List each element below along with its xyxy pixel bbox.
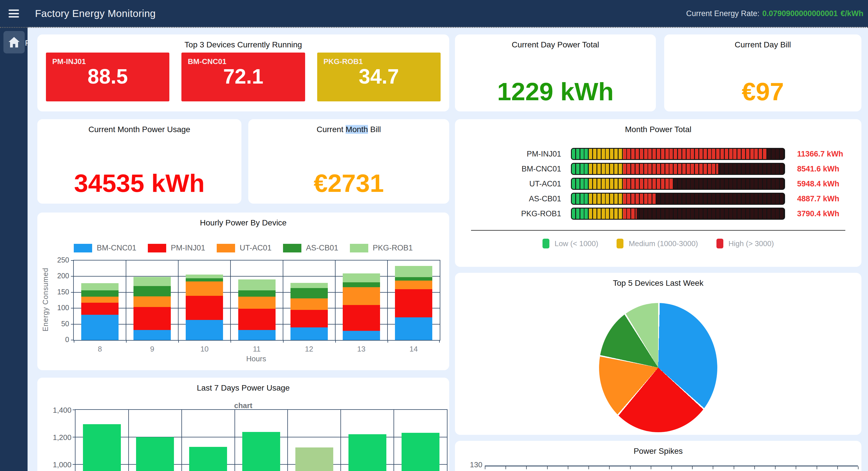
- gauge-value: 3790.4 kWh: [797, 209, 839, 218]
- bar-segment-PKG-ROB1[interactable]: [290, 283, 328, 288]
- y-tick-mark: [73, 437, 75, 437]
- day-power-value: 1229 kWh: [455, 77, 656, 106]
- bar-segment-PKG-ROB1[interactable]: [81, 283, 119, 290]
- bar-segment-UT-AC01[interactable]: [343, 287, 380, 305]
- chart-title: Month Power Total: [455, 125, 861, 134]
- bar-segment-BM-CNC01[interactable]: [395, 317, 432, 340]
- month-power-total-card: Month Power Total PM-INJ0111366.7 kWhBM-…: [455, 119, 861, 267]
- stacked-bar-plot[interactable]: 050100150200250891011121314: [73, 260, 440, 341]
- bar[interactable]: [189, 447, 227, 471]
- bar-segment-BM-CNC01[interactable]: [290, 327, 328, 340]
- bar-segment-PM-INJ01[interactable]: [133, 307, 171, 330]
- bar-segment-PM-INJ01[interactable]: [81, 303, 119, 315]
- bar-segment-BM-CNC01[interactable]: [81, 315, 119, 340]
- chart-legend: BM-CNC01PM-INJ01UT-AC01AS-CB01PKG-ROB1: [37, 243, 449, 253]
- legend-item[interactable]: BM-CNC01: [74, 243, 136, 253]
- pie-chart[interactable]: [599, 303, 717, 432]
- bar-segment-PM-INJ01[interactable]: [238, 309, 276, 330]
- gridline-vertical: [335, 261, 336, 340]
- legend-item[interactable]: AS-CB01: [283, 243, 338, 253]
- x-tick-mark: [713, 466, 713, 469]
- bar-segment-UT-AC01[interactable]: [81, 297, 119, 303]
- x-tick-mark: [568, 466, 568, 469]
- legend-item: Medium (1000-3000): [617, 239, 698, 248]
- bar-segment-AS-CB01[interactable]: [81, 290, 119, 297]
- gridline-vertical: [394, 410, 394, 471]
- bar-segment-AS-CB01[interactable]: [343, 282, 380, 287]
- bar-segment-BM-CNC01[interactable]: [343, 331, 380, 340]
- x-tick-mark: [651, 466, 651, 469]
- gauge-bar: [571, 208, 785, 220]
- legend-swatch: [617, 239, 623, 248]
- y-tick-mark: [71, 292, 74, 293]
- y-tick-label: 1,200: [53, 433, 71, 442]
- current-day-power-card: Current Day Power Total 1229 kWh: [455, 34, 656, 112]
- bar[interactable]: [402, 433, 439, 471]
- hamburger-menu-icon[interactable]: [9, 9, 19, 18]
- y-tick-label: 100: [57, 303, 69, 312]
- gauge-device-label: BM-CNC01: [466, 165, 571, 174]
- legend-divider: [471, 230, 845, 231]
- bar-segment-UT-AC01[interactable]: [133, 296, 171, 307]
- gridline-vertical: [287, 410, 288, 471]
- bar-segment-PM-INJ01[interactable]: [343, 305, 380, 331]
- y-tick-mark: [71, 340, 74, 340]
- y-tick-mark: [73, 464, 75, 465]
- device-tile[interactable]: PM-INJ01 88.5: [46, 53, 169, 101]
- bar[interactable]: [242, 432, 280, 471]
- x-tick-label: 14: [409, 345, 417, 354]
- gauge-bar: [571, 148, 785, 160]
- device-value: 72.1: [181, 65, 305, 88]
- bar[interactable]: [83, 424, 121, 471]
- chart-title: Top 5 Devices Last Week: [455, 278, 861, 288]
- x-tick-label: 10: [200, 345, 209, 354]
- bar-segment-PM-INJ01[interactable]: [290, 310, 328, 327]
- sidebar: F: [0, 27, 28, 471]
- top-navbar: Factory Energy Monitoring Current Energy…: [0, 0, 868, 27]
- current-month-power-card: Current Month Power Usage 34535 kWh: [37, 119, 241, 204]
- x-tick-mark: [837, 466, 838, 469]
- bar-segment-UT-AC01[interactable]: [290, 298, 328, 310]
- legend-label: Medium (1000-3000): [629, 239, 698, 248]
- legend-item[interactable]: PKG-ROB1: [350, 243, 413, 253]
- y-tick-mark: [71, 324, 74, 325]
- bar-segment-PKG-ROB1[interactable]: [186, 274, 223, 278]
- bar-segment-BM-CNC01[interactable]: [186, 320, 223, 340]
- gauge-row: PM-INJ0111366.7 kWh: [466, 148, 850, 160]
- bar[interactable]: [136, 437, 174, 471]
- bar-segment-PM-INJ01[interactable]: [395, 289, 432, 318]
- sidebar-item-home[interactable]: [3, 31, 25, 53]
- bar-plot[interactable]: 1,4001,2001,000: [75, 409, 447, 471]
- bar-segment-AS-CB01[interactable]: [395, 277, 432, 281]
- x-tick-label: 9: [150, 345, 154, 354]
- bar-segment-UT-AC01[interactable]: [186, 282, 223, 296]
- bar-segment-AS-CB01[interactable]: [238, 290, 276, 297]
- legend-item[interactable]: UT-AC01: [217, 243, 272, 253]
- bar-segment-BM-CNC01[interactable]: [238, 330, 276, 340]
- y-tick-label: 1,000: [53, 460, 71, 469]
- bar-segment-AS-CB01[interactable]: [186, 278, 223, 282]
- gauge-bar: [571, 193, 785, 205]
- x-tick-mark: [485, 466, 485, 469]
- bar-segment-AS-CB01[interactable]: [290, 288, 328, 298]
- x-axis-line: [485, 466, 858, 466]
- bar-segment-UT-AC01[interactable]: [238, 297, 276, 309]
- bar-segment-BM-CNC01[interactable]: [133, 330, 171, 340]
- bar[interactable]: [296, 447, 333, 471]
- bar-segment-AS-CB01[interactable]: [133, 286, 171, 297]
- bar-segment-PM-INJ01[interactable]: [186, 296, 223, 320]
- gauge-legend: Low (< 1000)Medium (1000-3000)High (> 30…: [455, 239, 861, 248]
- device-tile[interactable]: PKG-ROB1 34.7: [317, 53, 441, 101]
- bar[interactable]: [348, 434, 386, 471]
- device-tile[interactable]: BM-CNC01 72.1: [181, 53, 305, 101]
- legend-item[interactable]: PM-INJ01: [148, 243, 205, 253]
- bar-segment-PKG-ROB1[interactable]: [395, 266, 432, 277]
- legend-label: AS-CB01: [306, 243, 338, 253]
- bar-segment-PKG-ROB1[interactable]: [238, 279, 276, 290]
- y-tick-mark: [71, 308, 74, 308]
- selected-text: Month: [346, 125, 368, 134]
- top5-devices-card: Top 5 Devices Last Week: [455, 273, 861, 435]
- bar-segment-PKG-ROB1[interactable]: [133, 277, 171, 286]
- bar-segment-UT-AC01[interactable]: [395, 281, 432, 289]
- bar-segment-PKG-ROB1[interactable]: [343, 273, 380, 282]
